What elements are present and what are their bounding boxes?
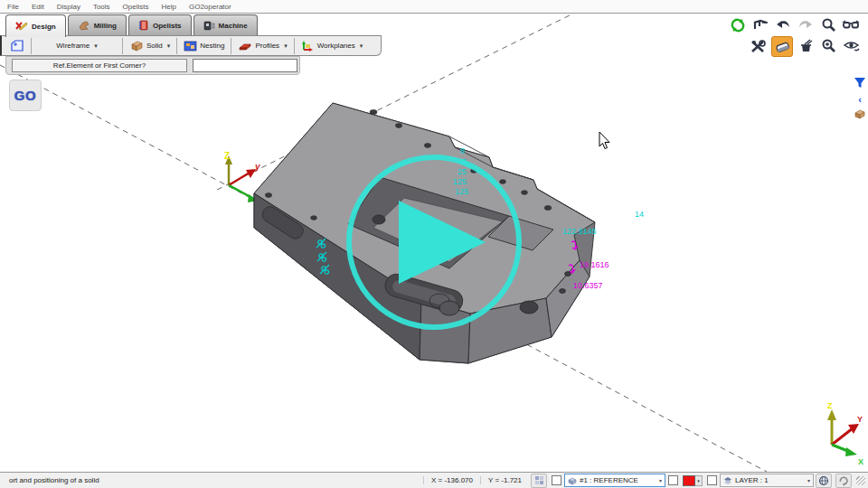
nesting-icon bbox=[184, 41, 197, 52]
dim-step-1: 8 bbox=[460, 146, 465, 155]
workplanes-icon bbox=[301, 40, 315, 52]
nesting-label: Nesting bbox=[200, 42, 224, 50]
layer-value: LAYER : 1 bbox=[735, 476, 769, 484]
origin-z-label: Z bbox=[224, 151, 230, 161]
dim-magenta-1: 19.1616 bbox=[580, 260, 609, 269]
tab-milling[interactable]: Milling bbox=[68, 14, 127, 35]
corner-y-label: Y bbox=[857, 415, 863, 424]
toolbar-separator bbox=[231, 38, 231, 54]
milling-tab-icon bbox=[78, 20, 90, 31]
status-bar: ort and positioning of a solid X = -136.… bbox=[0, 472, 868, 488]
grid-toggle-button[interactable] bbox=[531, 474, 547, 488]
menu-tools[interactable]: Tools bbox=[93, 3, 110, 11]
tab-design[interactable]: Design bbox=[5, 14, 66, 37]
glasses-icon bbox=[842, 20, 860, 31]
zoom-in-button[interactable] bbox=[818, 36, 838, 55]
layer-chevron-icon: ▾ bbox=[807, 477, 810, 483]
design-tab-icon bbox=[15, 21, 28, 32]
wireframe-label: Wireframe bbox=[56, 42, 90, 50]
eye-icon bbox=[843, 40, 860, 52]
cursor-y-coordinate: Y = -1.721 bbox=[480, 476, 529, 484]
toolbar-separator bbox=[294, 38, 295, 54]
visibility-button[interactable] bbox=[841, 36, 861, 55]
nesting-button[interactable]: Nesting bbox=[179, 38, 229, 54]
layer-checkbox[interactable] bbox=[707, 475, 717, 485]
color-dropdown-arrow[interactable]: ▾ bbox=[695, 475, 703, 486]
filter-button[interactable] bbox=[854, 76, 866, 92]
grid-icon bbox=[534, 475, 544, 485]
menu-opelists[interactable]: Opelists bbox=[123, 3, 149, 11]
profiles-icon bbox=[238, 41, 252, 52]
view-glasses-button[interactable] bbox=[841, 15, 861, 34]
dim-step-4: 125 bbox=[453, 177, 467, 186]
toolbar-separator bbox=[176, 38, 177, 54]
redo-button[interactable] bbox=[796, 15, 816, 34]
corner-x-label: X bbox=[858, 457, 863, 466]
menu-bar: File Edit Display Tools Opelists Help GO… bbox=[0, 0, 868, 14]
solids-panel-button[interactable] bbox=[854, 107, 866, 123]
sync-view-button[interactable] bbox=[835, 474, 852, 488]
dim-small: 14 bbox=[635, 210, 644, 219]
view-toolbar-row1 bbox=[728, 15, 861, 34]
tab-machine-label: Machine bbox=[219, 22, 248, 30]
profiles-button[interactable]: Profiles ▾ bbox=[233, 38, 291, 54]
solid-button[interactable]: Solid ▾ bbox=[125, 38, 175, 54]
wireframe-button[interactable]: Wireframe ▾ bbox=[33, 38, 120, 54]
go-logo-button[interactable]: GO bbox=[9, 80, 42, 111]
menu-edit[interactable]: Edit bbox=[32, 3, 44, 11]
brush-bucket-icon bbox=[798, 39, 814, 52]
refresh-button[interactable] bbox=[728, 15, 748, 34]
view-toolbar-row2 bbox=[749, 36, 861, 57]
right-edge-toolbar: ‹ bbox=[854, 76, 866, 123]
mouse-cursor bbox=[599, 132, 609, 149]
menu-file[interactable]: File bbox=[7, 3, 19, 11]
reference-chevron-icon: ▾ bbox=[659, 477, 662, 483]
reference-selector[interactable]: #1 : REFERENCE ▾ bbox=[564, 474, 665, 487]
magnifier-icon bbox=[821, 18, 836, 33]
tab-opelists[interactable]: Opelists bbox=[128, 14, 192, 35]
solid-dropdown-arrow[interactable]: ▾ bbox=[167, 42, 171, 50]
dim-width: 122.9145 bbox=[562, 227, 597, 236]
prompt-input[interactable] bbox=[193, 59, 297, 72]
workplanes-dropdown-arrow[interactable]: ▾ bbox=[360, 42, 363, 50]
zoom-button[interactable] bbox=[818, 15, 838, 34]
resize-grip[interactable] bbox=[856, 476, 865, 485]
undo-button[interactable] bbox=[773, 15, 793, 34]
menu-display[interactable]: Display bbox=[57, 3, 80, 11]
undo-icon bbox=[775, 18, 791, 32]
color-checkbox[interactable] bbox=[668, 475, 678, 485]
tab-machine[interactable]: Machine bbox=[193, 14, 258, 35]
status-message: ort and positioning of a solid bbox=[0, 476, 423, 484]
command-prompt-panel: Ref.Element or First Corner? bbox=[5, 56, 300, 75]
design-toolbar: Wireframe ▾ Solid ▾ Nesting bbox=[0, 35, 382, 56]
world-view-button[interactable] bbox=[816, 474, 832, 488]
color-selector[interactable]: ▾ bbox=[683, 475, 703, 486]
menu-go2operator[interactable]: GO2operator bbox=[189, 3, 231, 11]
layer-icon bbox=[723, 476, 732, 484]
settings-tools-button[interactable] bbox=[749, 36, 769, 55]
layer-selector[interactable]: LAYER : 1 ▾ bbox=[720, 474, 814, 487]
measure-button[interactable] bbox=[750, 15, 770, 34]
menu-help[interactable]: Help bbox=[162, 3, 176, 11]
toolbar-separator bbox=[31, 38, 32, 54]
active-color-swatch[interactable] bbox=[683, 475, 695, 486]
erase-button[interactable] bbox=[771, 36, 793, 57]
reference-checkbox[interactable] bbox=[552, 475, 561, 485]
collapse-panel-button[interactable]: ‹ bbox=[858, 95, 862, 104]
dim-step-5: 125 bbox=[455, 187, 468, 196]
new-sketch-button[interactable] bbox=[5, 38, 29, 54]
dim-magenta-2: 10.6357 bbox=[573, 281, 603, 290]
workplanes-button[interactable]: Workplanes ▾ bbox=[297, 38, 368, 54]
tab-opelists-label: Opelists bbox=[153, 22, 182, 30]
reference-value: #1 : REFERENCE bbox=[580, 476, 638, 484]
clean-button[interactable] bbox=[796, 36, 816, 55]
new-page-icon bbox=[10, 40, 24, 52]
caliper-icon bbox=[752, 19, 769, 32]
machine-tab-icon bbox=[203, 20, 215, 31]
magnifier-plus-icon bbox=[821, 39, 836, 53]
solid-mini-icon bbox=[854, 108, 866, 119]
profiles-label: Profiles bbox=[255, 42, 279, 50]
profiles-dropdown-arrow[interactable]: ▾ bbox=[284, 42, 288, 50]
wireframe-dropdown-arrow[interactable]: ▾ bbox=[94, 42, 98, 50]
prompt-question-label: Ref.Element or First Corner? bbox=[12, 59, 187, 72]
